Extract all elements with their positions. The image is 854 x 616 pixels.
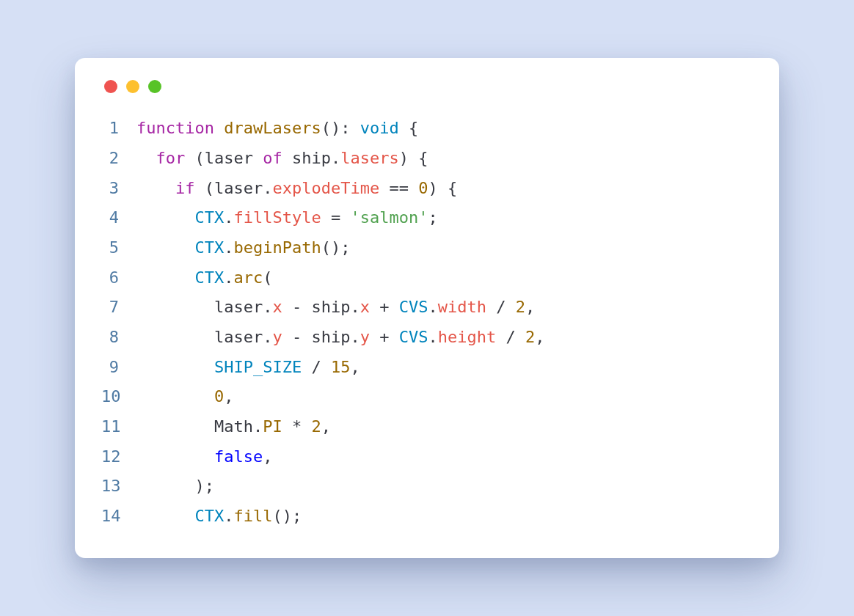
line-number: 1 bbox=[101, 114, 136, 144]
code-text: CTX.beginPath(); bbox=[136, 233, 350, 263]
line-number: 9 bbox=[101, 353, 136, 383]
line-number: 10 bbox=[101, 382, 136, 412]
code-text: CTX.arc( bbox=[136, 263, 272, 293]
line-number: 7 bbox=[101, 293, 136, 323]
code-line: 5 CTX.beginPath(); bbox=[101, 233, 753, 263]
code-line: 9 SHIP_SIZE / 15, bbox=[101, 353, 753, 383]
code-line: 7 laser.x - ship.x + CVS.width / 2, bbox=[101, 293, 753, 323]
line-number: 3 bbox=[101, 174, 136, 204]
line-number: 12 bbox=[101, 442, 136, 472]
code-text: laser.y - ship.y + CVS.height / 2, bbox=[136, 323, 544, 353]
line-number: 13 bbox=[101, 472, 136, 502]
code-line: 8 laser.y - ship.y + CVS.height / 2, bbox=[101, 323, 753, 353]
code-text: laser.x - ship.x + CVS.width / 2, bbox=[136, 293, 535, 323]
code-text: CTX.fillStyle = 'salmon'; bbox=[136, 203, 438, 233]
line-number: 8 bbox=[101, 323, 136, 353]
code-block: 1 function drawLasers(): void { 2 for (l… bbox=[101, 114, 753, 532]
code-text: if (laser.explodeTime == 0) { bbox=[136, 174, 457, 204]
code-text: ); bbox=[136, 472, 214, 502]
line-number: 11 bbox=[101, 412, 136, 442]
code-text: for (laser of ship.lasers) { bbox=[136, 144, 428, 174]
minimize-icon[interactable] bbox=[126, 80, 139, 93]
code-text: 0, bbox=[136, 382, 233, 412]
line-number: 6 bbox=[101, 263, 136, 293]
code-line: 12 false, bbox=[101, 442, 753, 472]
line-number: 4 bbox=[101, 203, 136, 233]
editor-window: 1 function drawLasers(): void { 2 for (l… bbox=[75, 58, 779, 558]
close-icon[interactable] bbox=[104, 80, 117, 93]
code-line: 14 CTX.fill(); bbox=[101, 502, 753, 532]
code-text: false, bbox=[136, 442, 272, 472]
code-line: 13 ); bbox=[101, 472, 753, 502]
code-line: 6 CTX.arc( bbox=[101, 263, 753, 293]
code-text: function drawLasers(): void { bbox=[136, 114, 418, 144]
code-line: 2 for (laser of ship.lasers) { bbox=[101, 144, 753, 174]
line-number: 5 bbox=[101, 233, 136, 263]
code-line: 10 0, bbox=[101, 382, 753, 412]
code-text: SHIP_SIZE / 15, bbox=[136, 353, 360, 383]
code-line: 4 CTX.fillStyle = 'salmon'; bbox=[101, 203, 753, 233]
code-line: 1 function drawLasers(): void { bbox=[101, 114, 753, 144]
line-number: 2 bbox=[101, 144, 136, 174]
code-text: Math.PI * 2, bbox=[136, 412, 331, 442]
code-line: 11 Math.PI * 2, bbox=[101, 412, 753, 442]
window-controls bbox=[104, 80, 753, 93]
maximize-icon[interactable] bbox=[148, 80, 161, 93]
line-number: 14 bbox=[101, 502, 136, 532]
code-line: 3 if (laser.explodeTime == 0) { bbox=[101, 174, 753, 204]
code-text: CTX.fill(); bbox=[136, 502, 302, 532]
